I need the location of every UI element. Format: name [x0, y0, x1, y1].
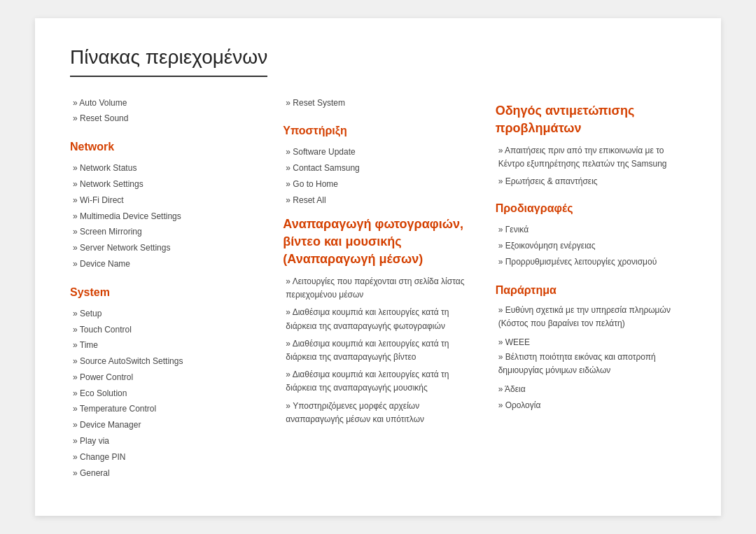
troubleshoot-items: Απαιτήσεις πριν από την επικοινωνία με τ…	[496, 144, 686, 189]
list-item: Reset All	[283, 192, 473, 209]
list-item: Βέλτιστη ποιότητα εικόνας και αποτροπή δ…	[496, 351, 686, 377]
list-item: Setup	[70, 306, 261, 322]
list-item: Eco Solution	[70, 386, 261, 402]
list-item: Change PIN	[70, 449, 261, 465]
column-mid: Reset System Υποστήριξη Software Update …	[282, 95, 473, 482]
list-item: Wi-Fi Direct	[70, 192, 261, 209]
list-item: Reset System	[283, 95, 473, 111]
list-item: Network Status	[70, 160, 261, 176]
list-item: Screen Mirroring	[70, 224, 261, 240]
top-items-left: Auto Volume Reset Sound	[70, 95, 261, 127]
list-item: Διαθέσιμα κουμπιά και λειτουργίες κατά τ…	[283, 306, 473, 332]
list-item: Διαθέσιμα κουμπιά και λειτουργίες κατά τ…	[283, 368, 473, 395]
network-items: Network Status Network Settings Wi-Fi Di…	[70, 160, 261, 272]
list-item: Γενικά	[496, 222, 686, 238]
list-item: Reset Sound	[70, 111, 261, 127]
list-item: Software Update	[283, 144, 473, 160]
support-heading: Υποστήριξη	[283, 125, 473, 137]
system-items: Setup Touch Control Time Source AutoSwit…	[70, 306, 261, 482]
list-item: Λειτουργίες που παρέχονται στη σελίδα λί…	[283, 275, 473, 302]
content-grid: Auto Volume Reset Sound Network Network …	[70, 95, 686, 482]
appendix-heading: Παράρτημα	[496, 284, 686, 297]
list-item: Server Network Settings	[70, 240, 261, 256]
playback-heading: Αναπαραγωγή φωτογραφιών, βίντεο και μουσ…	[283, 216, 473, 269]
list-item: Ορολογία	[496, 398, 686, 414]
list-item: Contact Samsung	[283, 160, 473, 176]
list-item: Εξοικονόμηση ενέργειας	[496, 238, 686, 254]
list-item: Υποστηριζόμενες μορφές αρχείων αναπαραγω…	[283, 400, 473, 426]
network-heading: Network	[70, 141, 261, 153]
appendix-items: Ευθύνη σχετικά με την υπηρεσία πληρωμών …	[496, 304, 686, 414]
support-items: Software Update Contact Samsung Go to Ho…	[283, 144, 473, 208]
list-item: Temperature Control	[70, 401, 261, 417]
list-item: Διαθέσιμα κουμπιά και λειτουργίες κατά τ…	[283, 337, 473, 364]
system-heading: System	[70, 286, 261, 299]
specs-heading: Προδιαγραφές	[496, 202, 686, 215]
list-item: Play via	[70, 433, 261, 449]
list-item: Ευθύνη σχετικά με την υπηρεσία πληρωμών …	[496, 304, 686, 330]
list-item: Ερωτήσεις & απαντήσεις	[496, 175, 686, 188]
list-item: Go to Home	[283, 176, 473, 192]
list-item: Απαιτήσεις πριν από την επικοινωνία με τ…	[496, 144, 686, 171]
column-right: Οδηγός αντιμετώπισης προβλημάτων Απαιτήσ…	[495, 95, 686, 482]
troubleshoot-heading: Οδηγός αντιμετώπισης προβλημάτων	[496, 102, 686, 137]
specs-items: Γενικά Εξοικονόμηση ενέργειας Προρρυθμισ…	[496, 222, 686, 269]
playback-items: Λειτουργίες που παρέχονται στη σελίδα λί…	[283, 275, 473, 426]
list-item: Network Settings	[70, 176, 261, 192]
list-item: Device Name	[70, 256, 261, 272]
page-title: Πίνακας περιεχομένων	[70, 46, 267, 77]
list-item: WEEE	[496, 335, 686, 351]
list-item: Προρρυθμισμένες λειτουργίες χρονισμού	[496, 254, 686, 270]
list-item: General	[70, 465, 261, 482]
top-items-mid: Reset System	[283, 95, 473, 111]
list-item: Power Control	[70, 370, 261, 386]
column-left: Auto Volume Reset Sound Network Network …	[70, 95, 261, 482]
list-item: Time	[70, 337, 261, 353]
list-item: Device Manager	[70, 417, 261, 433]
list-item: Source AutoSwitch Settings	[70, 353, 261, 370]
list-item: Touch Control	[70, 322, 261, 338]
page-container: Πίνακας περιεχομένων Auto Volume Reset S…	[35, 18, 721, 517]
list-item: Auto Volume	[70, 95, 261, 111]
list-item: Multimedia Device Settings	[70, 209, 261, 225]
list-item: Άδεια	[496, 381, 686, 398]
